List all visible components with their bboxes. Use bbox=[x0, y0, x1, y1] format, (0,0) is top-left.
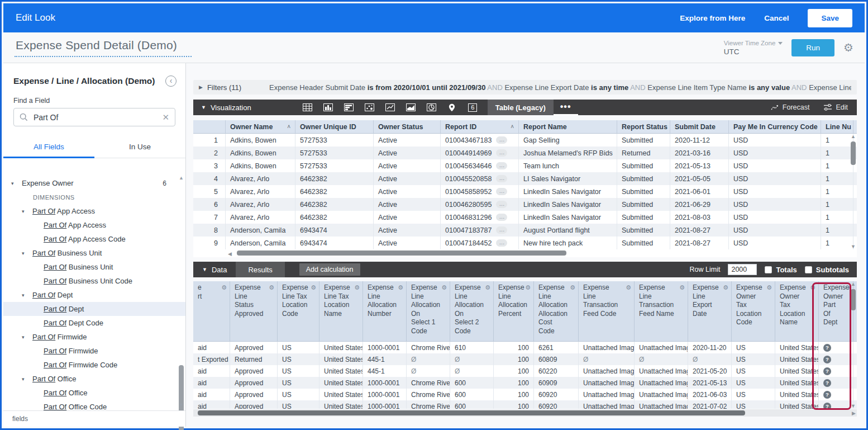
cell[interactable]: Returned bbox=[230, 353, 278, 365]
expand-triangle-icon[interactable]: ▾ bbox=[22, 251, 32, 256]
cell[interactable]: Active bbox=[374, 134, 441, 147]
gear-icon[interactable]: ⚙ bbox=[810, 283, 815, 292]
cell[interactable]: United States bbox=[775, 377, 819, 389]
cell[interactable]: Alvarez, Arlo bbox=[226, 172, 295, 185]
cell[interactable]: aid bbox=[193, 342, 230, 353]
sidebar-group[interactable]: ▾Part Of Firmwide bbox=[3, 330, 185, 344]
cell[interactable]: Chrome River bbox=[407, 342, 450, 353]
save-button[interactable]: Save bbox=[808, 9, 852, 27]
ellipsis-icon[interactable]: … bbox=[496, 175, 507, 182]
scatterplot-icon[interactable] bbox=[359, 100, 380, 115]
cell[interactable]: Unattached Image bbox=[635, 365, 688, 377]
table-row[interactable]: 9Anderson, Camila6943474Active0100471844… bbox=[193, 237, 857, 249]
cell[interactable]: 600 bbox=[450, 389, 494, 400]
cell[interactable]: 2020-11-20 bbox=[688, 342, 732, 353]
ellipsis-icon[interactable]: … bbox=[496, 188, 507, 195]
cell[interactable]: 1 bbox=[821, 185, 853, 198]
cell[interactable]: 1 bbox=[821, 172, 853, 185]
cell[interactable]: Unattached Image bbox=[579, 400, 635, 409]
cell[interactable]: 1000-0001 bbox=[363, 400, 407, 409]
ellipsis-icon[interactable]: … bbox=[496, 162, 507, 169]
cell[interactable]: Ø bbox=[450, 353, 494, 365]
cell[interactable]: 100 bbox=[494, 377, 534, 389]
table-row[interactable]: 5Alvarez, Arlo6462382Active010045858952…… bbox=[193, 185, 857, 198]
cancel-button[interactable]: Cancel bbox=[764, 14, 789, 22]
gear-icon[interactable]: ⚙ bbox=[570, 283, 575, 292]
cell[interactable]: 2021-06-29 bbox=[670, 198, 729, 211]
cell[interactable]: Unattached Image bbox=[635, 342, 688, 353]
tab-table-legacy[interactable]: Table (Legacy) bbox=[488, 100, 554, 115]
cell[interactable]: Submitted bbox=[617, 211, 670, 224]
cell[interactable]: LinkedIn Sales Navigator bbox=[519, 185, 617, 198]
cell[interactable]: Ø bbox=[407, 353, 450, 365]
cell[interactable]: 010045858952… bbox=[441, 185, 519, 198]
sidebar-scrollbar[interactable]: ▲ ▼ bbox=[178, 175, 184, 408]
column-header[interactable]: ⚙Expense Line Allocation Allocation Cost… bbox=[534, 281, 579, 341]
cell[interactable]: 010043467183… bbox=[441, 134, 519, 147]
cell[interactable]: Ø bbox=[579, 353, 635, 365]
cell[interactable]: 100 bbox=[494, 365, 534, 377]
cell[interactable]: 610 bbox=[450, 342, 494, 353]
table-row[interactable]: 4Alvarez, Arlo6462382Active010045520858…… bbox=[193, 172, 857, 185]
cell[interactable]: New hire tech pack bbox=[519, 237, 617, 249]
cell[interactable]: ? bbox=[819, 389, 853, 400]
scroll-down-icon[interactable]: ▼ bbox=[851, 403, 856, 409]
cell[interactable]: 4 bbox=[193, 172, 226, 185]
cell[interactable]: Submitted bbox=[617, 237, 670, 249]
gear-icon[interactable]: ⚙ bbox=[354, 283, 360, 292]
column-header[interactable]: ⚙Expense Line Transaction Feed Code bbox=[579, 281, 635, 341]
subtotals-checkbox[interactable] bbox=[805, 266, 812, 273]
cell[interactable]: 010046280595… bbox=[441, 198, 519, 211]
cell[interactable]: 2021-07-02 bbox=[688, 400, 732, 409]
cell[interactable]: Unattached Image bbox=[579, 377, 635, 389]
table-row[interactable]: aidApprovedUSUnited States445-1ØØ1006022… bbox=[193, 365, 857, 377]
column-header[interactable]: ⚙Expense Owner Part Of Dept bbox=[819, 281, 853, 341]
cell[interactable]: 100 bbox=[494, 342, 534, 353]
cell[interactable]: US bbox=[732, 400, 775, 409]
column-header[interactable]: Report Name bbox=[519, 120, 617, 133]
cell[interactable]: USD bbox=[729, 198, 821, 211]
gear-icon[interactable]: ⚙ bbox=[843, 41, 853, 54]
cell[interactable]: LinkedIn Sales Navigator bbox=[519, 211, 617, 224]
cell[interactable]: 010046831296… bbox=[441, 211, 519, 224]
cell[interactable]: 1 bbox=[821, 224, 853, 237]
column-header[interactable]: Owner Unique ID bbox=[295, 120, 374, 133]
table-row[interactable]: t ExportedReturnedUSUnited States445-1ØØ… bbox=[193, 353, 857, 365]
sidebar-group[interactable]: ▾Expense Owner6 bbox=[3, 176, 185, 190]
cell[interactable]: US bbox=[732, 377, 775, 389]
cell[interactable]: US bbox=[278, 400, 319, 409]
cell[interactable]: 60220 bbox=[534, 365, 579, 377]
cell[interactable]: Submitted bbox=[617, 224, 670, 237]
table-row[interactable]: aidApprovedUSUnited States1000-0001Chrom… bbox=[193, 400, 857, 409]
cell[interactable]: Approved bbox=[230, 377, 278, 389]
cell[interactable]: 2020-11-12 bbox=[670, 134, 729, 147]
cell[interactable]: US bbox=[278, 365, 319, 377]
table-viz-icon[interactable] bbox=[297, 100, 318, 115]
cell[interactable]: 6 bbox=[193, 198, 226, 211]
scrollbar-thumb[interactable] bbox=[851, 141, 856, 165]
column-header[interactable] bbox=[193, 120, 226, 133]
cell[interactable]: 2021-05-13 bbox=[670, 159, 729, 172]
cell[interactable]: ? bbox=[819, 353, 853, 365]
scroll-down-icon[interactable]: ▼ bbox=[178, 402, 184, 408]
column-header[interactable]: Report ID˄ bbox=[441, 120, 519, 133]
expand-triangle-icon[interactable]: ▾ bbox=[22, 292, 32, 298]
sidebar-group[interactable]: ▾Part Of Business Unit bbox=[3, 246, 185, 260]
cell[interactable]: 2021-05-20 bbox=[688, 365, 732, 377]
cell[interactable]: aid bbox=[193, 365, 230, 377]
cell[interactable]: 6261 bbox=[534, 342, 579, 353]
cell[interactable]: US bbox=[732, 342, 775, 353]
cell[interactable]: Approved bbox=[230, 342, 278, 353]
cell[interactable]: US bbox=[732, 389, 775, 400]
cell[interactable]: 010047183787… bbox=[441, 224, 519, 237]
cell[interactable]: Submitted bbox=[617, 159, 670, 172]
column-header[interactable]: ⚙Expense Line Allocation On Select 2 Cod… bbox=[450, 281, 494, 341]
cell[interactable]: 60909 bbox=[534, 377, 579, 389]
sidebar-field[interactable]: Part Of App Access bbox=[3, 218, 185, 232]
sidebar-group[interactable]: ▾Part Of Dept bbox=[3, 288, 185, 302]
cell[interactable]: Approved bbox=[230, 389, 278, 400]
gear-icon[interactable]: ⚙ bbox=[441, 283, 447, 292]
cell[interactable]: Unattached Image bbox=[579, 365, 635, 377]
cell[interactable]: 600 bbox=[450, 400, 494, 409]
cell[interactable]: Anderson, Camila bbox=[226, 237, 295, 249]
